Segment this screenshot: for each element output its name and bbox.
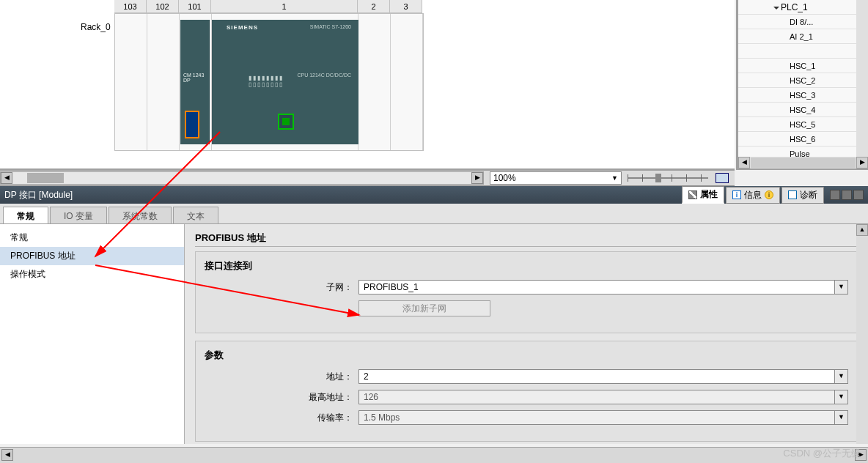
brand-label: SIEMENS [227,24,258,31]
tree-label: PLC_1 [781,2,808,12]
io-bars: ▮▮▮▮▮▮▮▮▯▯▯▯▯▯▯▯ [249,75,284,88]
scroll-right-icon[interactable]: ▶ [471,172,483,184]
subnet-select[interactable]: PROFIBUS_1 [358,280,835,295]
tree-plc[interactable]: PLC_1 [738,0,868,15]
dropdown-icon[interactable]: ▼ [835,369,848,384]
slot-2: 2 [358,0,390,13]
address-select[interactable]: 2 [358,369,835,384]
dropdown-icon[interactable]: ▼ [835,280,848,295]
nav-profibus-address[interactable]: PROFIBUS 地址 [0,247,184,265]
tree-item[interactable]: HSC_4 [738,103,868,117]
tab-io-vars[interactable]: IO 变量 [50,207,107,223]
add-subnet-button[interactable]: 添加新子网 [358,300,490,316]
property-tabs: 常规 IO 变量 系统常数 文本 [0,204,868,224]
tree-item[interactable]: HSC_5 [738,117,868,132]
tab-sys-const[interactable]: 系统常数 [108,207,172,223]
group-parameters: 参数 地址： 2 ▼ 最高地址： 126 ▼ 传输率： 1.5 Mbps ▼ [195,341,858,442]
dropdown-icon[interactable]: ▼ [611,174,618,182]
model-label: SIMATIC S7-1200 [310,24,351,29]
nav-general[interactable]: 常规 [0,229,184,247]
dropdown-icon[interactable]: ▼ [835,390,848,404]
rack-label: Rack_0 [81,22,111,32]
minimize-icon[interactable] [842,190,852,200]
tab-diagnostics[interactable]: 诊断 [781,187,824,204]
tree-item[interactable]: AI 2_1 [738,29,868,44]
scroll-thumb[interactable] [27,173,64,183]
slot-102: 102 [147,0,179,13]
main-hscroll[interactable]: ◀ ▶ [0,171,484,185]
tree-item[interactable]: DI 8/... [738,15,868,29]
warning-icon: i [765,190,773,199]
scroll-left-icon[interactable]: ◀ [1,172,12,184]
fit-view-icon[interactable] [716,173,729,183]
cpu-label: CPU 1214C DC/DC/DC [297,73,351,78]
slot-103: 103 [114,0,147,13]
slider-thumb[interactable] [655,174,661,182]
max-address-field: 126 [358,390,835,404]
tree-item[interactable]: HSC_1 [738,59,868,73]
tab-properties[interactable]: 属性 [682,186,724,204]
baudrate-field: 1.5 Mbps [358,410,835,425]
cm-module[interactable]: CM 1243 DP [180,20,210,144]
dropdown-icon[interactable] [853,190,864,200]
property-content: PROFIBUS 地址 接口连接到 子网： PROFIBUS_1 ▼ 添加新子网… [185,224,868,444]
slot-1: 1 [211,0,358,13]
max-address-label: 最高地址： [205,391,358,404]
scroll-up-icon[interactable]: ▲ [856,224,868,236]
tree-item[interactable] [738,44,868,59]
tab-text[interactable]: 文本 [173,207,218,223]
zoom-value: 100% [493,173,516,183]
content-vscroll[interactable]: ▲ [856,224,868,444]
slot-header: 103 102 101 1 2 3 [114,0,422,13]
scroll-left-icon[interactable]: ◀ [738,157,750,168]
tab-general[interactable]: 常规 [3,207,48,223]
expand-icon[interactable] [773,7,779,10]
cpu-module[interactable]: SIEMENS SIMATIC S7-1200 ▮▮▮▮▮▮▮▮▯▯▯▯▯▯▯▯… [212,20,358,144]
dp-port-icon[interactable] [185,111,199,138]
tree-item[interactable]: HSC_3 [738,88,868,103]
module-title: DP 接口 [Module] [4,189,73,201]
tree-item[interactable]: HSC_2 [738,73,868,88]
scroll-right-icon[interactable]: ▶ [856,157,868,168]
baudrate-label: 传输率： [205,412,358,424]
tab-info[interactable]: i信息i [726,187,780,204]
diagnostics-icon [788,190,797,199]
address-label: 地址： [205,371,358,383]
watermark: CSDN @公子无缘 [783,447,861,460]
cm-label: CM 1243 DP [183,73,209,83]
rack-body[interactable]: CM 1243 DP SIEMENS SIMATIC S7-1200 ▮▮▮▮▮… [114,13,424,151]
slot-3: 3 [390,0,422,13]
hardware-view: 103 102 101 1 2 3 Rack_0 CM 1243 DP SIEM… [0,0,735,170]
group-connection: 接口连接到 子网： PROFIBUS_1 ▼ 添加新子网 [195,251,858,333]
subnet-label: 子网： [205,281,358,294]
tree-vscroll[interactable] [856,0,868,168]
info-icon: i [732,190,741,199]
module-titlebar: DP 接口 [Module] 属性 i信息i 诊断 [0,186,868,204]
bottom-hscroll[interactable]: ◀ ▶ [0,447,868,463]
nav-operating-mode[interactable]: 操作模式 [0,265,184,284]
section-title: PROFIBUS 地址 [195,232,858,247]
scroll-left-icon[interactable]: ◀ [1,449,13,461]
tree-item[interactable]: HSC_6 [738,132,868,147]
group-title: 参数 [205,349,848,362]
zoom-select[interactable]: 100% ▼ [490,171,622,185]
restore-icon[interactable] [830,190,840,200]
tree-hscroll[interactable]: ◀ ▶ [738,157,868,168]
slot-101: 101 [179,0,211,13]
profinet-port-icon[interactable] [278,114,294,130]
dropdown-icon[interactable]: ▼ [835,410,848,425]
zoom-slider[interactable] [628,173,708,183]
property-nav: 常规 PROFIBUS 地址 操作模式 [0,224,185,444]
properties-icon [688,190,697,199]
group-title: 接口连接到 [205,259,848,273]
zoom-bar: ◀ ▶ 100% ▼ [0,170,735,186]
device-tree: PLC_1 DI 8/... AI 2_1 HSC_1 HSC_2 HSC_3 … [736,0,868,170]
